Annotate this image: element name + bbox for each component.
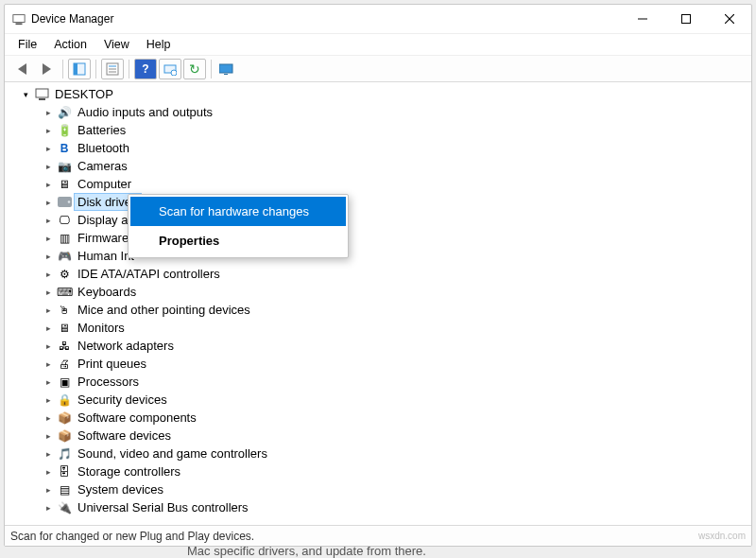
usb-icon: 🔌 bbox=[57, 500, 72, 515]
chevron-right-icon: ▸ bbox=[43, 107, 54, 118]
chevron-right-icon: ▸ bbox=[43, 376, 54, 388]
tree-item-software-devices[interactable]: ▸📦Software devices bbox=[39, 427, 749, 445]
context-scan-hardware[interactable]: Scan for hardware changes bbox=[130, 197, 346, 226]
caption-buttons bbox=[621, 5, 751, 33]
mouse-icon: 🖱 bbox=[57, 303, 72, 318]
tree-item-sound[interactable]: ▸🎵Sound, video and game controllers bbox=[39, 445, 749, 462]
toolbar-separator bbox=[62, 60, 63, 78]
context-properties[interactable]: Properties bbox=[130, 226, 346, 255]
chevron-right-icon: ▸ bbox=[43, 323, 54, 334]
tree-item-keyboards[interactable]: ▸⌨Keyboards bbox=[39, 283, 749, 301]
help-button[interactable]: ? bbox=[134, 59, 157, 79]
chevron-right-icon: ▸ bbox=[43, 143, 54, 154]
chevron-right-icon: ▸ bbox=[43, 394, 54, 406]
svg-rect-1 bbox=[16, 23, 23, 25]
svg-rect-3 bbox=[682, 15, 691, 24]
chevron-right-icon: ▸ bbox=[43, 305, 54, 316]
chevron-right-icon: ▸ bbox=[43, 179, 54, 190]
menu-file[interactable]: File bbox=[10, 35, 44, 54]
svg-point-19 bbox=[67, 201, 70, 203]
status-text: Scan for changed or new Plug and Play de… bbox=[10, 530, 254, 543]
tree-item-usb[interactable]: ▸🔌Universal Serial Bus controllers bbox=[39, 498, 749, 516]
chip-icon: ▤ bbox=[57, 482, 72, 497]
context-menu: Scan for hardware changes Properties bbox=[128, 194, 349, 258]
chevron-right-icon: ▸ bbox=[43, 340, 54, 352]
menu-action[interactable]: Action bbox=[46, 35, 94, 54]
tree-item-software-components[interactable]: ▸📦Software components bbox=[39, 409, 749, 427]
root-label: DESKTOP bbox=[52, 86, 116, 102]
refresh-icon: ↻ bbox=[189, 61, 200, 77]
storage-icon: 🗄 bbox=[57, 464, 72, 480]
show-hide-console-tree-button[interactable] bbox=[68, 59, 91, 79]
menu-help[interactable]: Help bbox=[139, 35, 179, 54]
display-icon: 🖵 bbox=[57, 213, 72, 228]
chevron-right-icon: ▸ bbox=[43, 215, 54, 226]
tree-item-bluetooth[interactable]: ▸BBluetooth bbox=[39, 139, 749, 157]
camera-icon: 📷 bbox=[57, 159, 72, 174]
back-button[interactable] bbox=[10, 59, 33, 79]
software-icon: 📦 bbox=[57, 428, 72, 444]
titlebar: Device Manager bbox=[5, 5, 751, 33]
svg-rect-15 bbox=[224, 74, 228, 75]
arrow-right-icon bbox=[43, 63, 51, 75]
tree-item-computer[interactable]: ▸🖥Computer bbox=[39, 175, 749, 193]
svg-rect-14 bbox=[219, 64, 232, 73]
tree-root-node[interactable]: ▾ DESKTOP bbox=[16, 85, 749, 103]
background-text-fragment: Mac specific drivers, and update from th… bbox=[187, 544, 426, 558]
devices-by-type-button[interactable] bbox=[216, 59, 239, 79]
tree-item-storage[interactable]: ▸🗄Storage controllers bbox=[39, 462, 749, 480]
tree-item-batteries[interactable]: ▸🔋Batteries bbox=[39, 121, 749, 139]
bluetooth-icon: B bbox=[57, 141, 72, 156]
firmware-icon: ▥ bbox=[57, 231, 72, 246]
chevron-right-icon: ▸ bbox=[43, 161, 54, 172]
minimize-button[interactable] bbox=[621, 5, 664, 33]
maximize-button[interactable] bbox=[664, 5, 708, 33]
chevron-right-icon: ▸ bbox=[43, 233, 54, 244]
chevron-right-icon: ▸ bbox=[43, 412, 54, 424]
software-icon: 📦 bbox=[57, 410, 72, 426]
chevron-down-icon: ▾ bbox=[20, 89, 31, 100]
chevron-right-icon: ▸ bbox=[43, 269, 54, 280]
tree-item-security[interactable]: ▸🔒Security devices bbox=[39, 391, 749, 409]
speaker-icon: 🔊 bbox=[57, 105, 72, 120]
toolbar-separator bbox=[129, 60, 129, 78]
tree-item-monitors[interactable]: ▸🖥Monitors bbox=[39, 319, 749, 337]
chevron-right-icon: ▸ bbox=[43, 502, 54, 514]
chevron-right-icon: ▸ bbox=[43, 484, 54, 496]
device-tree[interactable]: ▾ DESKTOP ▸🔊Audio inputs and outputs ▸🔋B… bbox=[5, 82, 751, 525]
tree-item-print-queues[interactable]: ▸🖨Print queues bbox=[39, 355, 749, 373]
close-button[interactable] bbox=[708, 5, 751, 33]
tree-item-ide[interactable]: ▸⚙IDE ATA/ATAPI controllers bbox=[39, 265, 749, 283]
chevron-right-icon: ▸ bbox=[43, 251, 54, 262]
keyboard-icon: ⌨ bbox=[57, 285, 72, 300]
scan-hardware-button[interactable] bbox=[159, 59, 181, 79]
tree-item-mice[interactable]: ▸🖱Mice and other pointing devices bbox=[39, 301, 749, 319]
cpu-icon: ▣ bbox=[57, 375, 72, 390]
sound-icon: 🎵 bbox=[57, 446, 72, 462]
forward-button[interactable] bbox=[35, 59, 58, 79]
chevron-right-icon: ▸ bbox=[43, 466, 54, 478]
properties-button[interactable] bbox=[101, 59, 124, 79]
svg-point-13 bbox=[171, 70, 177, 76]
hid-icon: 🎮 bbox=[57, 249, 72, 264]
menubar: File Action View Help bbox=[5, 33, 751, 56]
chevron-right-icon: ▸ bbox=[43, 197, 54, 208]
chevron-right-icon: ▸ bbox=[43, 287, 54, 298]
device-manager-window: Device Manager File Action View Help ? bbox=[4, 4, 752, 547]
tree-item-processors[interactable]: ▸▣Processors bbox=[39, 373, 749, 391]
arrow-left-icon bbox=[18, 63, 26, 75]
svg-rect-0 bbox=[13, 15, 25, 23]
menu-view[interactable]: View bbox=[96, 35, 137, 54]
chevron-right-icon: ▸ bbox=[43, 430, 54, 442]
app-icon bbox=[12, 12, 26, 26]
tree-item-cameras[interactable]: ▸📷Cameras bbox=[39, 157, 749, 175]
update-driver-button[interactable]: ↻ bbox=[183, 59, 206, 79]
tree-item-system[interactable]: ▸▤System devices bbox=[39, 480, 749, 498]
window-title: Device Manager bbox=[31, 12, 113, 26]
ide-icon: ⚙ bbox=[57, 267, 72, 282]
chevron-right-icon: ▸ bbox=[43, 358, 54, 370]
toolbar-separator bbox=[211, 60, 212, 78]
tree-item-audio[interactable]: ▸🔊Audio inputs and outputs bbox=[39, 103, 749, 121]
tree-item-network[interactable]: ▸🖧Network adapters bbox=[39, 337, 749, 355]
svg-rect-17 bbox=[39, 98, 45, 100]
